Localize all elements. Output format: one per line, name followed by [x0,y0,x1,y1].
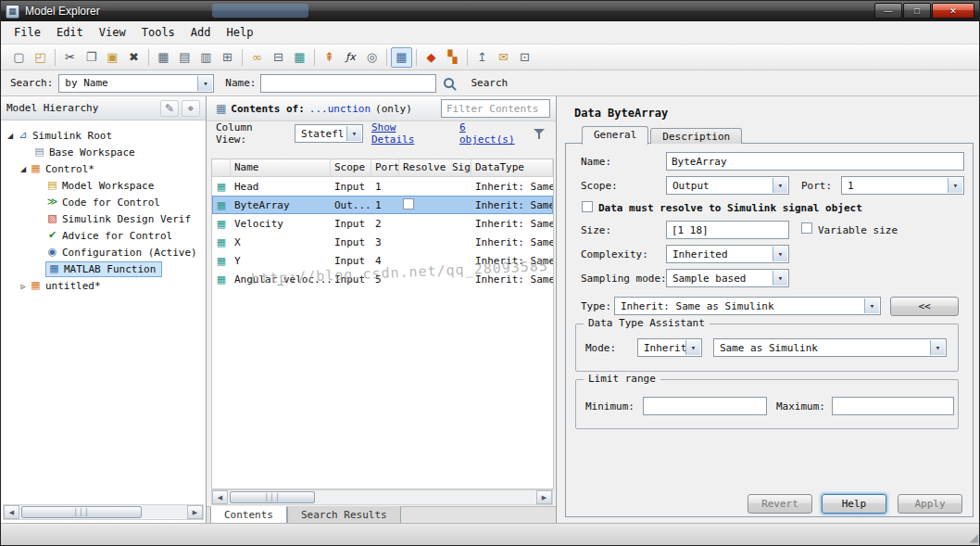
unlink-icon[interactable]: ⊟ [268,47,289,68]
edit-icon[interactable]: ✎ [160,100,179,117]
hierarchy-hscrollbar[interactable]: ◀ ||| ▶ [3,504,204,520]
tree-item-advice[interactable]: ✔ Advice for Control [1,227,206,244]
menu-tools[interactable]: Tools [136,22,185,43]
menu-edit[interactable]: Edit [51,22,94,43]
table-row[interactable]: ▦ Velocity Input 2 Inherit: Same [212,214,553,233]
revert-button[interactable]: Revert [748,494,812,514]
name-field[interactable] [666,152,964,171]
size-field[interactable] [666,221,789,239]
resize-grip[interactable]: ◢ [970,531,978,544]
export-icon[interactable]: ↥ [471,47,493,68]
search-icon-button[interactable] [444,78,454,88]
complexity-select[interactable]: Inherited [666,245,789,263]
menu-view[interactable]: View [94,22,136,43]
tree-item-code-for-control[interactable]: ≫ Code for Control [1,194,206,210]
filter-contents-input[interactable] [441,99,550,118]
copy-icon[interactable]: ❐ [81,47,102,68]
table-row[interactable]: ▦ X Input 3 Inherit: Same [212,233,553,251]
table-row-selected[interactable]: ▦ ByteArray Out... 1 Inherit: Same [212,196,553,214]
layout-icon[interactable]: ⊞ [217,47,238,68]
scrollbar-thumb[interactable]: ||| [230,491,315,503]
expand-toggle-icon[interactable] [18,281,29,291]
tree-item-simulink-root[interactable]: ⊿ Simulink Root [1,127,206,144]
dta-mode-select[interactable]: Inherit [637,338,702,357]
tree-item-base-workspace[interactable]: ▤ Base Workspace [1,144,206,160]
scope-select[interactable]: Output [666,176,789,195]
dta-type-select[interactable]: Same as Simulink [713,338,947,357]
link-icon[interactable]: ∞ [246,47,268,68]
help-button[interactable]: Help [822,494,886,514]
scope-icon[interactable]: ◎ [361,47,383,68]
type-select[interactable]: Inherit: Same as Simulink [614,297,881,315]
scroll-right-icon[interactable]: ▶ [536,490,552,504]
stateflow-icon[interactable]: ▚ [442,47,463,68]
tab-search-results[interactable]: Search Results [287,506,401,525]
print-icon[interactable]: ⊡ [514,47,535,68]
collapse-all-icon[interactable]: ▤ [174,47,195,68]
simulink-library-icon[interactable]: ◆ [421,47,442,68]
scroll-left-icon[interactable]: ◀ [212,490,228,504]
filter-icon[interactable] [533,127,547,141]
minimize-button[interactable]: — [874,3,902,19]
column-view-select[interactable]: Statefl [295,124,363,143]
menu-help[interactable]: Help [221,22,264,43]
column-header-datatype[interactable]: DataType [471,159,553,176]
tree-item-design-verifier[interactable]: ▧ Simulink Design Verif [1,210,206,227]
sampling-mode-select[interactable]: Sample based [666,269,789,287]
tab-description[interactable]: Description [650,128,742,144]
show-details-link[interactable]: Show Details [371,121,442,146]
show-library-icon[interactable]: ▥ [195,47,217,68]
contents-hscrollbar[interactable]: ◀ ||| ▶ [211,489,553,505]
scroll-left-icon[interactable]: ◀ [4,505,19,519]
cut-icon[interactable]: ✂ [59,47,81,68]
open-model-icon[interactable]: ◰ [30,47,51,68]
delete-icon[interactable]: ✖ [123,47,144,68]
column-header-port[interactable]: Port [371,159,399,176]
mail-icon[interactable]: ✉ [493,47,514,68]
scroll-right-icon[interactable]: ▶ [187,505,203,519]
tab-general[interactable]: General [582,126,648,145]
data-view-icon[interactable]: ▦ [289,47,310,68]
table-row[interactable]: ▦ Head Input 1 Inherit: Same [212,177,553,196]
contents-target-link[interactable]: ...unction [309,103,371,115]
search-button[interactable]: Search [471,77,508,89]
maximum-field[interactable] [832,397,954,415]
tab-contents[interactable]: Contents [210,506,287,525]
menu-add[interactable]: Add [185,22,221,43]
tree-item-configuration[interactable]: ◉ Configuration (Active) [1,244,206,260]
new-model-icon[interactable]: ▢ [8,47,30,68]
scrollbar-thumb[interactable]: ||| [21,506,142,518]
minimum-field[interactable] [643,397,767,415]
expand-all-icon[interactable]: ▦ [153,47,174,68]
collapse-type-assistant-button[interactable]: << [890,297,959,316]
tree-item-model-workspace[interactable]: ▤ Model Workspace [1,177,206,194]
column-header-resolve-signal[interactable]: Resolve Signal [399,159,471,176]
column-header-name[interactable]: Name [231,159,331,176]
import-signal-icon[interactable]: ⇞ [319,47,340,68]
search-type-select[interactable]: by Name [58,74,214,93]
object-count-link[interactable]: 6 object(s) [459,121,524,146]
table-row[interactable]: ▦ Y Input 4 Inherit: Same [212,251,553,270]
table-view-icon[interactable]: ▦ [391,47,412,68]
search-name-input[interactable] [260,74,436,93]
table-row[interactable]: ▦ Angular_veloc... Input 5 Inherit: Same [212,270,553,288]
data-must-resolve-checkbox[interactable] [582,201,593,212]
function-icon[interactable]: ƒx [340,47,361,68]
menu-file[interactable]: File [8,22,51,43]
column-header-scope[interactable]: Scope [331,159,371,176]
close-button[interactable]: ✕ [932,3,974,19]
tree-item-untitled[interactable]: ▦ untitled* [1,277,206,294]
title-bar[interactable]: ▦ Model Explorer — □ ✕ [1,1,979,21]
collapse-toggle-icon[interactable] [18,165,29,173]
resolve-signal-checkbox[interactable] [403,198,414,210]
maximize-button[interactable]: □ [903,3,931,19]
port-select[interactable]: 1 [841,176,964,195]
icon-column-header[interactable] [212,159,231,176]
preview-icon[interactable]: ⌖ [182,100,200,117]
collapse-toggle-icon[interactable] [5,132,16,140]
tree-item-control[interactable]: ▦ Control* [1,160,206,177]
variable-size-checkbox[interactable] [801,222,812,234]
apply-button[interactable]: Apply [898,494,962,514]
tree-item-matlab-function[interactable]: ▦ MATLAB Function [1,260,206,277]
paste-icon[interactable]: ▣ [102,47,123,68]
